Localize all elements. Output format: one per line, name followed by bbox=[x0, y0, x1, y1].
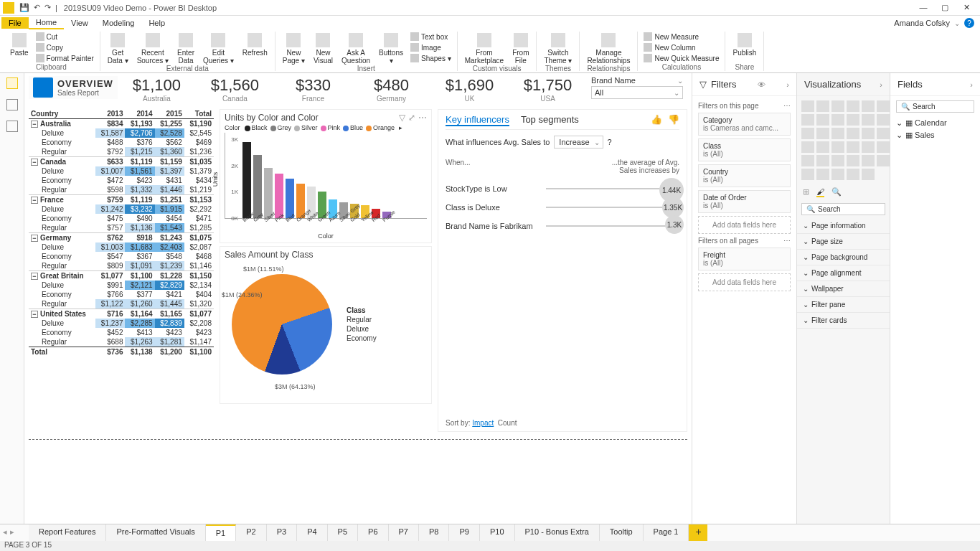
brand-slicer[interactable]: Brand Name All bbox=[587, 76, 687, 99]
ki-sort-count[interactable]: Count bbox=[498, 419, 517, 427]
viz-type-icon[interactable] bbox=[877, 141, 890, 153]
format-section[interactable]: ⌄ Page background bbox=[797, 250, 890, 265]
ribbon-button[interactable]: Copy bbox=[34, 42, 95, 52]
tab-home[interactable]: Home bbox=[29, 17, 64, 29]
legend-next-icon[interactable]: ▸ bbox=[399, 124, 402, 131]
collapse-icon[interactable]: › bbox=[970, 80, 973, 89]
page-tab[interactable]: P4 bbox=[297, 524, 327, 541]
filter-card[interactable]: Countryis (All) bbox=[698, 164, 791, 187]
report-view-icon[interactable] bbox=[6, 77, 18, 89]
page-tab[interactable]: P6 bbox=[358, 524, 388, 541]
viz-type-icon[interactable] bbox=[862, 169, 875, 180]
collapse-icon[interactable]: › bbox=[880, 80, 882, 89]
bar[interactable] bbox=[242, 142, 251, 218]
page-tab[interactable]: P10 - Bonus Extra bbox=[515, 524, 600, 541]
viz-type-icon[interactable] bbox=[847, 114, 859, 126]
format-section[interactable]: ⌄ Filter cards bbox=[797, 313, 890, 329]
ki-help-icon[interactable]: ? bbox=[608, 138, 612, 146]
format-section[interactable]: ⌄ Page alignment bbox=[797, 265, 890, 281]
analytics-icon[interactable]: 🔍 bbox=[831, 187, 842, 197]
viz-type-icon[interactable] bbox=[816, 100, 829, 112]
next-page-icon[interactable]: ▸ bbox=[10, 527, 14, 537]
page-tab[interactable]: Tooltip bbox=[600, 524, 644, 541]
viz-type-icon[interactable] bbox=[862, 128, 875, 139]
viz-type-icon[interactable] bbox=[847, 100, 859, 112]
add-page-button[interactable]: + bbox=[689, 524, 707, 541]
page-tab[interactable]: Report Features bbox=[29, 524, 106, 541]
ribbon-button[interactable]: New Quick Measure bbox=[642, 53, 720, 63]
format-section[interactable]: ⌄ Filter pane bbox=[797, 297, 890, 313]
bar[interactable] bbox=[275, 174, 283, 218]
kpi-card[interactable]: $330France bbox=[274, 76, 352, 103]
ki-influencer[interactable]: Class is Deluxe1.35K bbox=[446, 203, 679, 212]
ribbon-button[interactable]: From File bbox=[509, 32, 532, 66]
kpi-card[interactable]: $480Germany bbox=[352, 76, 430, 103]
viz-type-icon[interactable] bbox=[877, 114, 890, 126]
ribbon-button[interactable]: Paste bbox=[7, 32, 32, 58]
collapse-icon[interactable]: − bbox=[31, 311, 38, 318]
viz-type-icon[interactable] bbox=[831, 141, 844, 153]
ribbon-button[interactable]: New Page ▾ bbox=[280, 32, 308, 66]
viz-type-icon[interactable] bbox=[847, 141, 859, 153]
bar[interactable] bbox=[253, 155, 262, 218]
collapse-icon[interactable]: − bbox=[31, 197, 38, 204]
viz-type-icon[interactable] bbox=[801, 141, 814, 153]
viz-type-icon[interactable] bbox=[801, 155, 814, 166]
viz-type-icon[interactable] bbox=[862, 100, 875, 112]
ribbon-button[interactable]: From Marketplace bbox=[462, 32, 507, 66]
more-icon[interactable]: ⋯ bbox=[783, 102, 791, 110]
page-tab[interactable]: P1 bbox=[206, 524, 236, 541]
viz-type-icon[interactable] bbox=[831, 128, 844, 139]
viz-type-icon[interactable] bbox=[801, 100, 814, 112]
eye-icon[interactable]: 👁 bbox=[758, 80, 765, 89]
model-view-icon[interactable] bbox=[6, 121, 18, 132]
viz-type-icon[interactable] bbox=[877, 155, 890, 166]
ribbon-button[interactable]: Image bbox=[409, 42, 453, 52]
pie-chart-visual[interactable]: Sales Amount by Class $1M (11.51%) $1M (… bbox=[220, 246, 432, 404]
chevron-down-icon[interactable] bbox=[674, 88, 679, 97]
ribbon-button[interactable]: Get Data ▾ bbox=[105, 32, 131, 66]
page-tab[interactable]: P2 bbox=[236, 524, 266, 541]
maximize-icon[interactable]: ▢ bbox=[934, 3, 956, 12]
format-section[interactable]: ⌄ Page size bbox=[797, 234, 890, 250]
minimize-icon[interactable]: — bbox=[913, 3, 934, 12]
page-tab[interactable]: Page 1 bbox=[644, 524, 689, 541]
ribbon-button[interactable]: Shapes ▾ bbox=[409, 53, 453, 63]
chevron-down-icon[interactable] bbox=[677, 76, 683, 85]
tab-help[interactable]: Help bbox=[141, 17, 172, 29]
filter-icon[interactable]: ▽ bbox=[399, 113, 405, 123]
add-fields-drop[interactable]: Add data fields here bbox=[698, 273, 791, 291]
ribbon-button[interactable]: Buttons ▾ bbox=[376, 32, 406, 66]
ribbon-button[interactable]: Cut bbox=[34, 32, 95, 42]
viz-type-icon[interactable] bbox=[831, 169, 844, 180]
kpi-card[interactable]: $1,100Australia bbox=[118, 76, 196, 103]
ribbon-button[interactable]: New Visual bbox=[311, 32, 336, 66]
viz-type-icon[interactable] bbox=[801, 114, 814, 126]
format-search[interactable]: 🔍 Search bbox=[801, 203, 885, 215]
thumbs-up-icon[interactable]: 👍 bbox=[651, 114, 662, 126]
fields-well-icon[interactable]: ⊞ bbox=[803, 187, 809, 197]
fields-table[interactable]: ⌄ ▦ Calendar bbox=[890, 117, 980, 129]
ribbon-button[interactable]: Switch Theme ▾ bbox=[541, 32, 575, 66]
file-menu[interactable]: File bbox=[1, 17, 29, 29]
save-icon[interactable]: 💾 bbox=[19, 3, 29, 12]
ribbon-button[interactable]: Publish bbox=[730, 32, 759, 58]
key-influencers-visual[interactable]: Key influencers Top segments 👍👎 What inf… bbox=[438, 109, 687, 432]
ribbon-button[interactable]: Recent Sources ▾ bbox=[134, 32, 171, 66]
viz-type-icon[interactable] bbox=[816, 114, 829, 126]
ribbon-button[interactable]: Refresh bbox=[240, 32, 270, 58]
page-tab[interactable]: P7 bbox=[389, 524, 419, 541]
fields-search[interactable]: 🔍 Search bbox=[896, 100, 974, 113]
ribbon-button[interactable]: New Measure bbox=[642, 32, 720, 42]
viz-type-icon[interactable] bbox=[877, 100, 890, 112]
page-tab[interactable]: P8 bbox=[419, 524, 449, 541]
collapse-icon[interactable]: › bbox=[786, 80, 789, 89]
format-section[interactable]: ⌄ Wallpaper bbox=[797, 281, 890, 297]
viz-type-icon[interactable] bbox=[816, 169, 829, 180]
viz-type-icon[interactable] bbox=[847, 128, 859, 139]
ki-influencer[interactable]: Brand Name is Fabrikam1.3K bbox=[446, 222, 679, 230]
filter-card[interactable]: Categoryis Cameras and camc... bbox=[698, 113, 791, 136]
filter-card[interactable]: Classis (All) bbox=[698, 138, 791, 161]
collapse-icon[interactable]: − bbox=[31, 273, 38, 280]
focus-icon[interactable]: ⤢ bbox=[408, 113, 415, 123]
